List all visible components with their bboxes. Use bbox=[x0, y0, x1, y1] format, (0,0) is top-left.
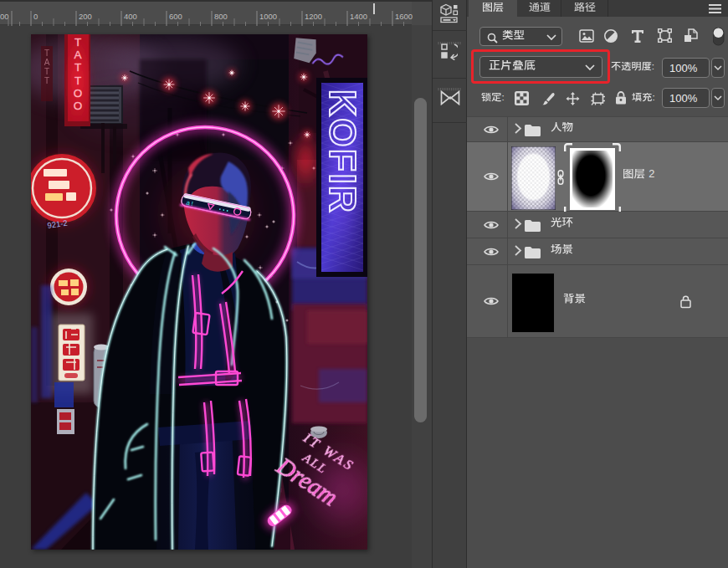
svg-text:2: 2 bbox=[649, 169, 654, 180]
svg-text:TATT: TATT bbox=[44, 49, 50, 85]
svg-text:400: 400 bbox=[124, 12, 137, 21]
svg-text:KOFIR: KOFIR bbox=[322, 90, 363, 214]
svg-text:1600: 1600 bbox=[395, 12, 413, 21]
svg-text:600: 600 bbox=[169, 12, 182, 21]
svg-text:0: 0 bbox=[33, 12, 38, 21]
svg-text:TATTOO: TATTOO bbox=[74, 36, 83, 112]
svg-text:1400: 1400 bbox=[350, 12, 367, 21]
svg-text:1000: 1000 bbox=[259, 12, 277, 21]
svg-text:00: 00 bbox=[0, 12, 9, 21]
svg-text::: : bbox=[652, 93, 654, 102]
svg-text:800: 800 bbox=[214, 12, 228, 21]
svg-text::: : bbox=[652, 62, 654, 71]
svg-text:1200: 1200 bbox=[305, 12, 322, 21]
svg-text:200: 200 bbox=[79, 12, 92, 21]
svg-text::: : bbox=[501, 93, 504, 102]
